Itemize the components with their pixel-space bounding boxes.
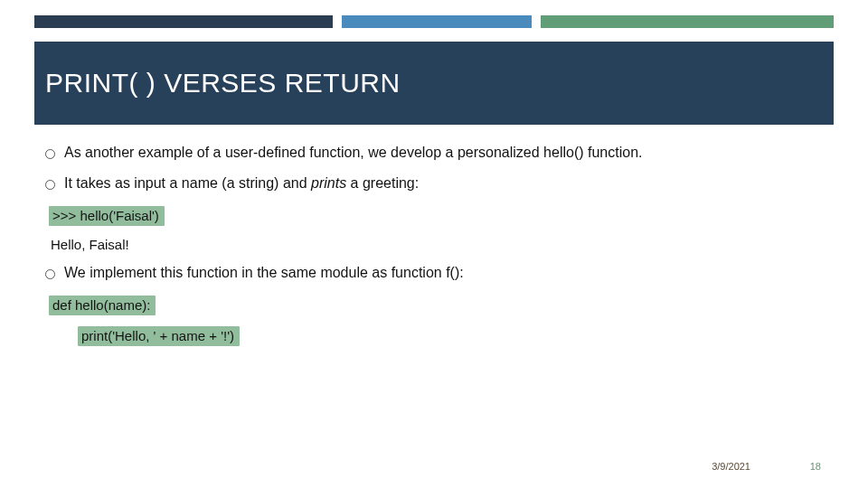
code-example-body: print('Hello, ' + name + '!') xyxy=(78,326,823,346)
footer-page-number: 18 xyxy=(810,461,821,472)
accent-bar-green xyxy=(541,15,834,28)
top-accent-bars xyxy=(34,15,834,28)
code-example-call: >>> hello('Faisal') xyxy=(49,206,823,226)
accent-bar-blue xyxy=(342,15,532,28)
bullet-item: We implement this function in the same m… xyxy=(45,265,823,281)
circle-bullet-icon xyxy=(45,180,55,190)
bullet-text-emphasis: prints xyxy=(311,175,346,191)
code-line: def hello(name): xyxy=(49,296,156,315)
bullet-text-pre: It takes as input a name (a string) and xyxy=(64,175,311,191)
slide-root: PRINT( ) VERSES RETURN As another exampl… xyxy=(0,0,868,488)
bullet-item: As another example of a user-defined fun… xyxy=(45,145,823,161)
circle-bullet-icon xyxy=(45,149,55,159)
code-line: >>> hello('Faisal') xyxy=(49,206,165,226)
bullet-text: It takes as input a name (a string) and … xyxy=(64,175,419,192)
accent-bar-dark xyxy=(34,15,333,28)
bullet-text: We implement this function in the same m… xyxy=(64,265,464,281)
bullet-text-post: a greeting: xyxy=(346,175,419,191)
footer-date: 3/9/2021 xyxy=(712,461,750,472)
code-example-def: def hello(name): xyxy=(49,296,823,315)
code-output: Hello, Faisal! xyxy=(51,237,823,252)
slide-body: As another example of a user-defined fun… xyxy=(45,145,823,357)
slide-title: PRINT( ) VERSES RETURN xyxy=(45,68,401,99)
bullet-text: As another example of a user-defined fun… xyxy=(64,145,643,161)
circle-bullet-icon xyxy=(45,269,55,279)
bullet-item: It takes as input a name (a string) and … xyxy=(45,175,823,192)
code-line: print('Hello, ' + name + '!') xyxy=(78,326,240,346)
title-band: PRINT( ) VERSES RETURN xyxy=(34,42,834,125)
